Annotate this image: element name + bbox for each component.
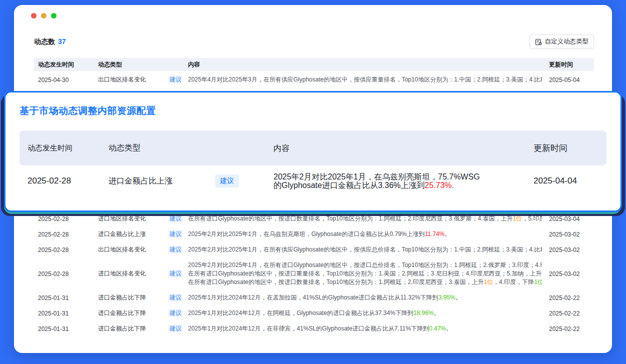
row-date: 2025-02-28 bbox=[34, 231, 98, 238]
callout-highlighted-row[interactable]: 2025-02-28 进口金额占比上涨 建议 2025年2月对比2025年1月，… bbox=[20, 172, 606, 190]
suggestion-badge: 建议 bbox=[168, 246, 182, 254]
dynamics-count-value: 37 bbox=[58, 38, 66, 46]
row-date: 2025-01-31 bbox=[34, 326, 98, 332]
maximize-window-button[interactable] bbox=[51, 13, 56, 18]
column-header-content: 内容 bbox=[188, 60, 549, 69]
window-titlebar bbox=[14, 5, 612, 18]
table-row[interactable]: 2025-02-28 出口地区排名变化 建议 2025年2月对比2025年1月，… bbox=[34, 242, 594, 258]
customize-dynamic-type-button[interactable]: 自定义动态类型 bbox=[530, 34, 594, 49]
row-updated: 2025-02-22 bbox=[549, 294, 594, 302]
row-badge-cell: 建议 bbox=[168, 76, 188, 84]
row-content: 2025年2月对比2025年1月，在所有进口Glyphosate的地区中，按进口… bbox=[188, 261, 549, 286]
suggestion-badge: 建议 bbox=[168, 270, 182, 278]
suggestion-badge: 建议 bbox=[215, 174, 239, 188]
dynamics-count: 动态数37 bbox=[34, 38, 66, 46]
row-type: 进口金额占比上涨 bbox=[98, 230, 168, 238]
row-content: 2025年1月对比2024年12月，在阿根廷，Glyphosate的进口金额占比… bbox=[188, 309, 549, 318]
row-type: 出口地区排名变化 bbox=[98, 246, 168, 254]
suggestion-badge: 建议 bbox=[168, 230, 182, 238]
row-type: 进口金额占比下降 bbox=[98, 324, 168, 333]
suggestion-badge: 建议 bbox=[168, 324, 182, 332]
minimize-window-button[interactable] bbox=[41, 13, 46, 18]
table-row[interactable]: 2025-02-28 进口地区排名变化 建议 2025年2月对比2025年1月，… bbox=[34, 258, 594, 290]
callout-row-date: 2025-02-28 bbox=[20, 176, 108, 186]
column-header-type: 动态类型 bbox=[98, 60, 168, 69]
table-row[interactable]: 2025-02-28 进口金额占比上涨 建议 2025年2月对比2025年1月，… bbox=[34, 226, 594, 242]
page-background: { "colors": { "accent": "#1677ff", "page… bbox=[0, 0, 626, 364]
column-header-updated: 更新时间 bbox=[549, 60, 594, 69]
row-date: 2025-02-28 bbox=[34, 270, 98, 278]
row-content: 2025年2月对比2025年1月，在所有供应Glyphosate的地区中，按供应… bbox=[188, 246, 549, 254]
row-date: 2025-04-30 bbox=[34, 76, 98, 84]
document-gear-icon bbox=[535, 38, 542, 46]
column-header-date: 动态发生时间 bbox=[34, 60, 98, 69]
table-row[interactable]: 2025-04-30 出口地区排名变化 建议 2025年4月对比2025年3月，… bbox=[34, 71, 594, 88]
row-updated: 2025-03-02 bbox=[549, 246, 594, 254]
row-type: 进口地区排名变化 bbox=[98, 270, 168, 278]
callout-column-updated: 更新时间 bbox=[534, 142, 606, 154]
callout-column-type: 动态类型 bbox=[108, 143, 274, 154]
row-date: 2025-01-31 bbox=[34, 294, 98, 302]
callout-title: 基于市场动态调整内部资源配置 bbox=[20, 104, 606, 118]
table-body-bottom: 2025-02-28 进口地区排名变化 建议 在所有进口Glyphosate的地… bbox=[34, 206, 594, 336]
callout-column-date: 动态发生时间 bbox=[20, 144, 108, 153]
callout-table-header: 动态发生时间 动态类型 内容 更新时间 bbox=[20, 130, 606, 166]
row-badge-cell: 建议 bbox=[168, 270, 188, 278]
row-badge-cell: 建议 bbox=[168, 246, 188, 254]
row-content: 2025年1月对比2024年12月，在菲律宾，41%SL的Glyphosate进… bbox=[188, 324, 549, 333]
row-badge-cell: 建议 bbox=[168, 324, 188, 333]
row-content: 2025年2月对比2025年1月，在乌兹别克斯坦，Glyphosate的进口金额… bbox=[188, 230, 549, 238]
table-body-top: 2025-04-30 出口地区排名变化 建议 2025年4月对比2025年3月，… bbox=[34, 71, 594, 88]
row-type: 进口金额占比下降 bbox=[98, 294, 168, 302]
row-updated: 2025-03-02 bbox=[549, 270, 594, 278]
dynamics-count-label: 动态数 bbox=[34, 38, 55, 46]
row-content: 2025年1月对比2024年12月，在孟加拉国，41%SL的Glyphosate… bbox=[188, 294, 549, 302]
table-row[interactable]: 2025-01-31 进口金额占比下降 建议 2025年1月对比2024年12月… bbox=[34, 321, 594, 336]
customize-button-label: 自定义动态类型 bbox=[545, 38, 589, 46]
row-content: 2025年4月对比2025年3月，在所有供应Glyphosate的地区中，按供应… bbox=[188, 76, 549, 84]
row-updated: 2025-02-22 bbox=[549, 326, 594, 332]
suggestion-badge: 建议 bbox=[168, 294, 182, 302]
row-badge-cell: 建议 bbox=[168, 309, 188, 318]
close-window-button[interactable] bbox=[31, 13, 36, 18]
table-row[interactable]: 2025-01-31 进口金额占比下降 建议 2025年1月对比2024年12月… bbox=[34, 290, 594, 306]
table-row[interactable]: 2025-01-31 进口金额占比下降 建议 2025年1月对比2024年12月… bbox=[34, 306, 594, 321]
row-date: 2025-02-28 bbox=[34, 246, 98, 254]
suggestion-badge: 建议 bbox=[168, 76, 182, 84]
suggestion-badge: 建议 bbox=[168, 309, 182, 317]
row-badge-cell: 建议 bbox=[168, 294, 188, 302]
callout-column-content: 内容 bbox=[274, 142, 534, 155]
callout-row-updated: 2025-04-04 bbox=[534, 176, 606, 186]
row-updated: 2025-05-04 bbox=[549, 76, 594, 84]
table-header-row: 动态发生时间 动态类型 内容 更新时间 bbox=[34, 58, 594, 71]
row-type: 进口金额占比下降 bbox=[98, 309, 168, 318]
row-date: 2025-02-28 bbox=[34, 216, 98, 222]
highlight-callout-card: 基于市场动态调整内部资源配置 动态发生时间 动态类型 内容 更新时间 2025-… bbox=[4, 91, 622, 212]
row-date: 2025-01-31 bbox=[34, 310, 98, 317]
row-updated: 2025-03-04 bbox=[549, 216, 594, 222]
callout-row-type: 进口金额占比上涨 bbox=[108, 176, 215, 186]
row-badge-cell: 建议 bbox=[168, 230, 188, 238]
callout-row-content: 2025年2月对比2025年1月，在乌兹别亮斯坦，75.7%WSG的Glypho… bbox=[274, 172, 534, 190]
row-updated: 2025-02-22 bbox=[549, 310, 594, 317]
row-updated: 2025-03-02 bbox=[549, 231, 594, 238]
row-type: 出口地区排名变化 bbox=[98, 76, 168, 84]
